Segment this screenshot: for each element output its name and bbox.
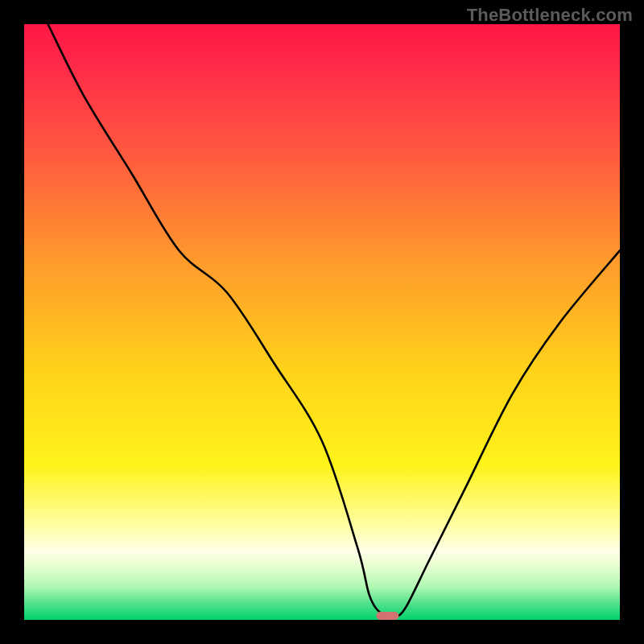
plot-background (24, 24, 620, 620)
min-marker (376, 612, 398, 620)
watermark-text: TheBottleneck.com (467, 5, 633, 26)
chart-frame: { "watermark": "TheBottleneck.com", "cha… (0, 0, 644, 644)
bottleneck-chart (0, 0, 644, 644)
